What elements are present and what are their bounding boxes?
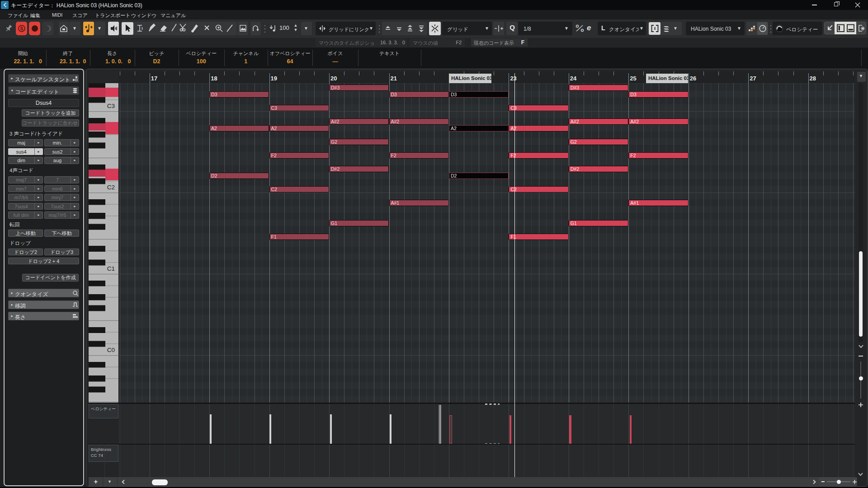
svg-text:C0: C0 bbox=[107, 347, 115, 353]
svg-text:S: S bbox=[20, 26, 23, 31]
svg-text:C1: C1 bbox=[107, 265, 115, 272]
svg-text:C2: C2 bbox=[107, 184, 115, 191]
svg-text:C3: C3 bbox=[107, 103, 115, 109]
